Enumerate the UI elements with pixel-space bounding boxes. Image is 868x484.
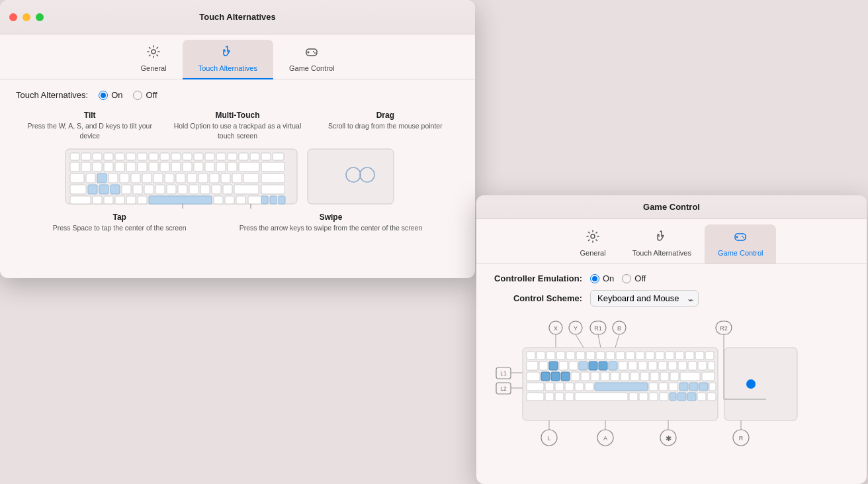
svg-rect-180 bbox=[555, 383, 564, 391]
svg-rect-27 bbox=[81, 162, 91, 171]
svg-rect-8 bbox=[81, 153, 91, 160]
svg-rect-56 bbox=[221, 173, 230, 183]
svg-rect-64 bbox=[122, 185, 131, 194]
svg-rect-77 bbox=[93, 196, 102, 204]
game-tab-touch[interactable]: Touch Alternatives bbox=[619, 224, 705, 264]
svg-rect-136 bbox=[656, 352, 664, 360]
svg-rect-9 bbox=[93, 153, 102, 160]
svg-rect-45 bbox=[97, 173, 107, 183]
svg-rect-69 bbox=[178, 185, 187, 194]
window-content: Touch Alternatives: On Off Tilt Press th… bbox=[0, 79, 475, 244]
controller-svg: X Y R1 B R2 bbox=[490, 313, 853, 452]
game-tab-general[interactable]: General bbox=[567, 224, 619, 264]
svg-rect-31 bbox=[126, 162, 136, 171]
svg-rect-78 bbox=[104, 196, 113, 204]
svg-rect-143 bbox=[539, 362, 548, 370]
controller-on-radio[interactable]: On bbox=[590, 273, 614, 283]
feature-multitouch: Multi-Touch Hold Option to use a trackpa… bbox=[163, 111, 311, 140]
svg-text:L1: L1 bbox=[500, 370, 507, 377]
tab-gamecontrol[interactable]: Game Control bbox=[273, 40, 350, 79]
svg-rect-86 bbox=[248, 196, 263, 204]
controller-off-radio[interactable]: Off bbox=[622, 273, 646, 283]
svg-rect-13 bbox=[138, 153, 147, 160]
svg-rect-36 bbox=[183, 162, 192, 171]
tab-touch[interactable]: Touch Alternatives bbox=[183, 40, 273, 79]
on-label: On bbox=[111, 90, 122, 100]
svg-rect-160 bbox=[708, 362, 715, 370]
svg-rect-72 bbox=[212, 185, 221, 194]
svg-rect-192 bbox=[527, 393, 544, 401]
svg-rect-168 bbox=[601, 372, 609, 381]
svg-text:X: X bbox=[554, 325, 558, 332]
svg-rect-47 bbox=[120, 173, 129, 183]
svg-rect-193 bbox=[545, 393, 554, 401]
on-radio[interactable]: On bbox=[99, 90, 122, 100]
off-label: Off bbox=[146, 90, 157, 100]
svg-rect-132 bbox=[616, 352, 625, 360]
svg-rect-11 bbox=[115, 153, 124, 160]
svg-rect-46 bbox=[108, 173, 118, 183]
svg-rect-141 bbox=[705, 352, 714, 360]
control-scheme-row: Control Scheme: Keyboard and Mouse Gamep… bbox=[490, 290, 853, 307]
controller-off-circle bbox=[622, 274, 631, 283]
svg-rect-52 bbox=[176, 173, 185, 183]
keyboard-illustration bbox=[16, 146, 459, 209]
svg-rect-20 bbox=[216, 153, 226, 160]
svg-rect-169 bbox=[611, 372, 619, 381]
svg-rect-24 bbox=[261, 153, 271, 160]
svg-rect-12 bbox=[126, 153, 136, 160]
svg-rect-149 bbox=[599, 362, 607, 370]
feature-drag: Drag Scroll to drag from the mouse point… bbox=[312, 111, 459, 140]
svg-rect-175 bbox=[670, 372, 679, 381]
svg-text:R2: R2 bbox=[720, 325, 728, 332]
svg-rect-162 bbox=[541, 372, 550, 381]
svg-rect-67 bbox=[155, 185, 165, 194]
game-tab-bar: General Touch Alternatives Game Contro bbox=[476, 219, 867, 264]
svg-rect-176 bbox=[680, 372, 700, 381]
touch-icon bbox=[221, 45, 234, 62]
svg-rect-50 bbox=[153, 173, 163, 183]
svg-rect-190 bbox=[699, 383, 708, 391]
svg-rect-146 bbox=[569, 362, 578, 370]
svg-rect-80 bbox=[126, 196, 136, 204]
off-radio[interactable]: Off bbox=[133, 90, 157, 100]
svg-rect-161 bbox=[527, 372, 540, 381]
svg-rect-135 bbox=[646, 352, 654, 360]
svg-rect-163 bbox=[551, 372, 560, 381]
svg-rect-60 bbox=[70, 185, 86, 194]
svg-rect-148 bbox=[589, 362, 597, 370]
svg-rect-84 bbox=[225, 196, 234, 204]
svg-rect-153 bbox=[638, 362, 647, 370]
svg-line-112 bbox=[576, 334, 584, 348]
svg-rect-7 bbox=[70, 153, 79, 160]
controller-emulation-row: Controller Emulation: On Off bbox=[490, 273, 853, 283]
control-scheme-label: Control Scheme: bbox=[490, 293, 582, 303]
swipe-desc: Press the arrow keys to swipe from the c… bbox=[239, 223, 423, 233]
svg-rect-200 bbox=[660, 393, 668, 401]
svg-rect-35 bbox=[171, 162, 181, 171]
minimize-button[interactable] bbox=[22, 13, 30, 21]
tap-desc: Press Space to tap the center of the scr… bbox=[53, 223, 187, 233]
svg-rect-14 bbox=[149, 153, 158, 160]
game-tab-control[interactable]: Game Control bbox=[705, 224, 776, 264]
svg-rect-158 bbox=[688, 362, 697, 370]
svg-rect-198 bbox=[639, 393, 648, 401]
svg-rect-76 bbox=[70, 196, 91, 204]
maximize-button[interactable] bbox=[36, 13, 44, 21]
svg-point-4 bbox=[313, 51, 314, 52]
svg-rect-204 bbox=[697, 393, 706, 401]
svg-rect-38 bbox=[205, 162, 214, 171]
svg-rect-49 bbox=[142, 173, 152, 183]
tab-general[interactable]: General bbox=[125, 40, 183, 79]
svg-rect-191 bbox=[709, 383, 716, 391]
control-scheme-select[interactable]: Keyboard and Mouse Gamepad bbox=[590, 290, 699, 307]
svg-rect-125 bbox=[546, 352, 555, 360]
svg-rect-165 bbox=[571, 372, 580, 381]
svg-point-100 bbox=[743, 237, 744, 238]
svg-rect-203 bbox=[687, 393, 696, 401]
game-tab-general-label: General bbox=[580, 249, 606, 257]
feature-tap: Tap Press Space to tap the center of the… bbox=[53, 213, 187, 233]
controller-on-circle bbox=[590, 274, 599, 283]
close-button[interactable] bbox=[9, 13, 17, 21]
svg-rect-83 bbox=[214, 196, 223, 204]
